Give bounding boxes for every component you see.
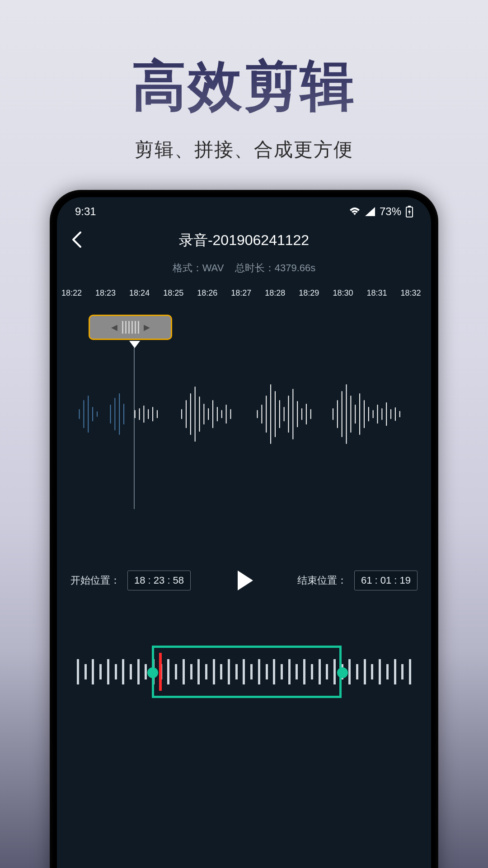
controls-row: 开始位置： 18 : 23 : 58 结束位置： 61 : 01 : 19 bbox=[57, 568, 431, 593]
chevron-right-icon: ▶ bbox=[144, 322, 150, 332]
end-time-input[interactable]: 61 : 01 : 19 bbox=[354, 571, 418, 590]
duration-value: 4379.66s bbox=[275, 262, 316, 274]
nav-bar: 录音-201906241122 bbox=[57, 222, 431, 259]
zoom-handle[interactable]: ◀ ▶ bbox=[89, 315, 172, 340]
ruler-tick: 18:23 bbox=[95, 288, 116, 298]
range-handle-left[interactable] bbox=[147, 667, 158, 678]
end-position-group: 结束位置： 61 : 01 : 19 bbox=[297, 571, 418, 590]
ruler-tick: 18:29 bbox=[299, 288, 319, 298]
status-time: 9:31 bbox=[75, 205, 96, 218]
end-label: 结束位置： bbox=[297, 574, 347, 587]
wifi-icon bbox=[349, 207, 361, 216]
timeline-ruler[interactable]: 18:22 18:23 18:24 18:25 18:26 18:27 18:2… bbox=[57, 288, 431, 298]
start-position-group: 开始位置： 18 : 23 : 58 bbox=[70, 571, 191, 590]
battery-text: 73% bbox=[380, 205, 401, 218]
ruler-tick: 18:24 bbox=[129, 288, 150, 298]
duration-label: 总时长： bbox=[235, 262, 275, 274]
playhead-marker[interactable] bbox=[129, 341, 140, 348]
promo-title: 高效剪辑 bbox=[0, 0, 488, 123]
ruler-tick: 18:28 bbox=[265, 288, 285, 298]
range-selector[interactable] bbox=[75, 640, 413, 703]
start-time-input[interactable]: 18 : 23 : 58 bbox=[127, 571, 191, 590]
back-button[interactable] bbox=[70, 231, 82, 250]
phone-screen: 9:31 73% 录音-201906241122 格式：WAV bbox=[57, 197, 431, 868]
ruler-tick: 18:31 bbox=[366, 288, 387, 298]
start-label: 开始位置： bbox=[70, 574, 120, 587]
promo-subtitle: 剪辑、拼接、合成更方便 bbox=[0, 137, 488, 162]
signal-icon bbox=[365, 207, 375, 216]
format-label: 格式： bbox=[173, 262, 202, 274]
waveform[interactable] bbox=[66, 369, 422, 459]
selection-box[interactable] bbox=[152, 646, 342, 698]
file-meta: 格式：WAV 总时长：4379.66s bbox=[57, 261, 431, 275]
selection-cursor[interactable] bbox=[159, 653, 162, 691]
ruler-tick: 18:26 bbox=[197, 288, 217, 298]
battery-icon bbox=[406, 206, 413, 217]
chevron-left-icon: ◀ bbox=[111, 322, 117, 332]
page-title: 录音-201906241122 bbox=[179, 231, 309, 250]
format-value: WAV bbox=[202, 262, 224, 274]
status-bar: 9:31 73% bbox=[57, 197, 431, 222]
grip-icon bbox=[122, 321, 139, 334]
play-button[interactable] bbox=[231, 568, 257, 593]
ruler-tick: 18:27 bbox=[231, 288, 251, 298]
ruler-tick: 18:25 bbox=[163, 288, 183, 298]
phone-frame: 9:31 73% 录音-201906241122 格式：WAV bbox=[50, 190, 438, 868]
ruler-tick: 18:32 bbox=[400, 288, 421, 298]
ruler-tick: 18:30 bbox=[333, 288, 353, 298]
ruler-tick: 18:22 bbox=[61, 288, 82, 298]
range-handle-right[interactable] bbox=[337, 667, 348, 678]
